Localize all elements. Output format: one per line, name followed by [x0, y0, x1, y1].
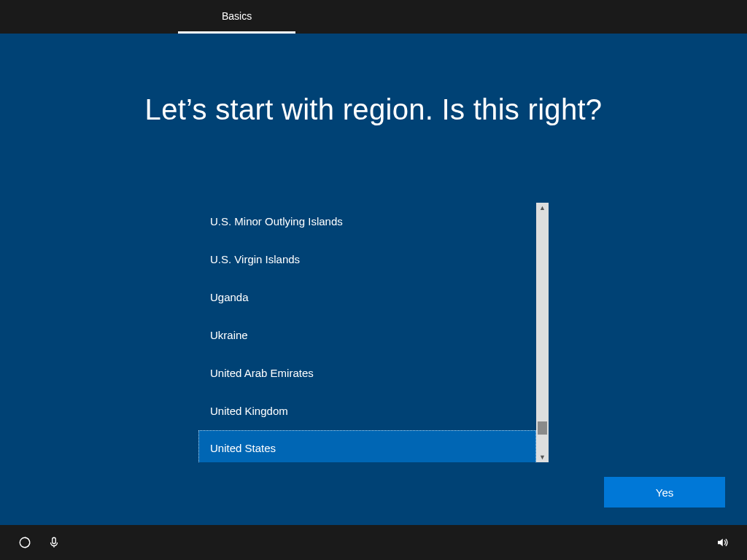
region-item-label: United Arab Emirates	[210, 367, 314, 379]
step-tabstrip: Basics	[0, 0, 747, 34]
region-item[interactable]: United Arab Emirates	[198, 354, 536, 392]
region-list-scrollbar[interactable]: ▲ ▼	[536, 203, 549, 462]
region-item[interactable]: United Kingdom	[198, 392, 536, 430]
scroll-thumb[interactable]	[538, 421, 547, 435]
volume-icon[interactable]	[708, 528, 737, 557]
ease-of-access-icon[interactable]	[10, 528, 39, 557]
region-item-label: Ukraine	[210, 329, 248, 341]
region-item-label: U.S. Virgin Islands	[210, 253, 300, 265]
oobe-taskbar	[0, 525, 747, 560]
microphone-icon[interactable]	[39, 528, 69, 557]
region-item[interactable]: Ukraine	[198, 316, 536, 354]
region-item-label: United States	[210, 442, 276, 454]
region-item[interactable]: United States	[198, 430, 536, 462]
page-title: Let’s start with region. Is this right?	[145, 93, 603, 126]
region-item-label: U.S. Minor Outlying Islands	[210, 215, 343, 228]
region-list[interactable]: U.S. Minor Outlying IslandsU.S. Virgin I…	[198, 203, 536, 462]
yes-button-label: Yes	[656, 486, 673, 499]
tab-basics[interactable]: Basics	[178, 0, 295, 34]
tab-basics-label: Basics	[222, 10, 252, 22]
yes-button[interactable]: Yes	[604, 477, 725, 508]
scroll-up-arrow-icon[interactable]: ▲	[536, 203, 549, 213]
region-item[interactable]: U.S. Virgin Islands	[198, 241, 536, 279]
region-item-label: Uganda	[210, 291, 249, 303]
region-list-container: U.S. Minor Outlying IslandsU.S. Virgin I…	[198, 203, 549, 462]
region-item[interactable]: Uganda	[198, 279, 536, 316]
main-content: Let’s start with region. Is this right? …	[0, 34, 747, 525]
region-item-label: United Kingdom	[210, 405, 288, 417]
svg-rect-1	[53, 537, 56, 543]
scroll-down-arrow-icon[interactable]: ▼	[536, 452, 549, 462]
region-item[interactable]: U.S. Minor Outlying Islands	[198, 203, 536, 241]
